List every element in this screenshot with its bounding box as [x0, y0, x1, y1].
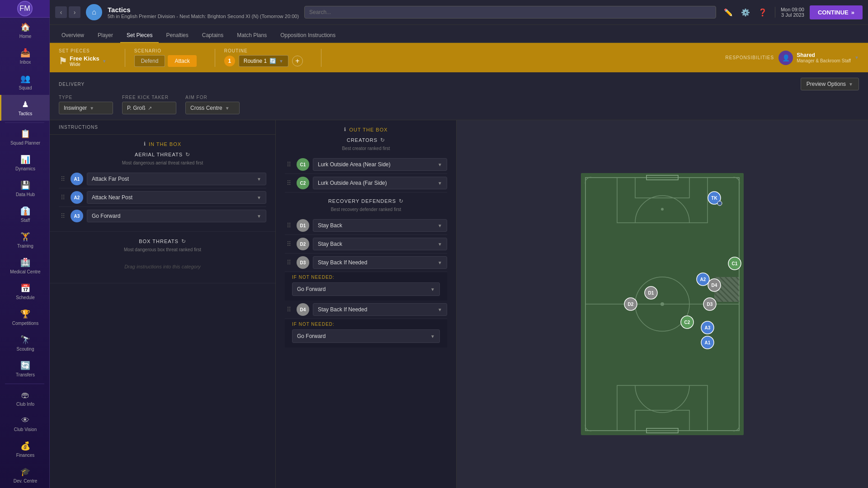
tab-set-pieces[interactable]: Set Pieces — [120, 28, 159, 43]
drag-handle-d3[interactable]: ⠿ — [285, 259, 293, 266]
settings-icon-button[interactable]: ⚙️ — [739, 5, 752, 19]
club-vision-icon: 👁 — [21, 416, 29, 425]
training-icon: 🏋 — [20, 232, 30, 242]
inst-select-d3[interactable]: Stay Back If Needed ▼ — [313, 256, 447, 269]
sidebar-item-training[interactable]: 🏋 Training — [0, 227, 49, 253]
drag-handle-a3[interactable]: ⠿ — [59, 212, 67, 220]
recovery-defenders-refresh-icon[interactable]: ↻ — [399, 198, 404, 204]
shared-label: Shared — [797, 52, 851, 58]
search-input[interactable] — [304, 6, 716, 19]
badge-c2: C2 — [297, 177, 309, 189]
drag-handle-d1[interactable]: ⠿ — [285, 222, 293, 229]
svg-text:D1: D1 — [648, 291, 654, 296]
topbar-title: Tactics 5th in English Premier Division … — [108, 6, 299, 19]
sidebar-item-data-hub[interactable]: 💾 Data Hub — [0, 176, 49, 202]
type-select[interactable]: Inswinger ▼ — [59, 102, 113, 114]
preview-options-button[interactable]: Preview Options ▼ — [801, 78, 859, 90]
tab-opposition[interactable]: Opposition Instructions — [274, 28, 342, 43]
content-area: SET PIECES ⚑ Free Kicks Wide ▼ SCENARIO … — [50, 43, 868, 488]
sidebar-item-dev-centre[interactable]: 🎓 Dev. Centre — [0, 462, 49, 488]
club-info-icon: 🏟 — [21, 390, 29, 400]
tab-match-plans[interactable]: Match Plans — [231, 28, 273, 43]
sp-section-routine: ROUTINE 1 Routine 1 🔄 ▼ + — [224, 48, 312, 67]
sidebar-label-competitions: Competitions — [12, 321, 38, 326]
scenario-attack-button[interactable]: Attack — [168, 55, 196, 67]
inst-select-a1[interactable]: Attack Far Post ▼ — [87, 173, 266, 185]
add-routine-button[interactable]: + — [292, 56, 303, 66]
inst-select-d2[interactable]: Stay Back ▼ — [313, 238, 447, 250]
inst-select-d4[interactable]: Stay Back If Needed ▼ — [313, 303, 447, 316]
tab-penalties[interactable]: Penalties — [160, 28, 194, 43]
edit-icon-button[interactable]: ✏️ — [722, 5, 735, 19]
out-box-panel: ℹ OUT THE BOX CREATORS ↻ Best creator ra… — [276, 120, 457, 488]
sidebar-item-transfers[interactable]: 🔄 Transfers — [0, 356, 49, 382]
svg-text:A3: A3 — [705, 325, 711, 330]
recovery-row-d2: ⠿ D2 Stay Back ▼ — [285, 235, 447, 253]
sidebar-label-inbox: Inbox — [20, 60, 31, 65]
d3-if-not-select[interactable]: Go Forward ▼ — [292, 282, 440, 296]
sidebar-item-competitions[interactable]: 🏆 Competitions — [0, 305, 49, 330]
d4-if-not-select[interactable]: Go Forward ▼ — [292, 329, 440, 343]
sidebar-item-finances[interactable]: 💰 Finances — [0, 436, 49, 462]
inst-select-a3[interactable]: Go Forward ▼ — [87, 210, 266, 222]
box-threats-hint: Most dangerous box threat ranked first — [59, 247, 266, 252]
taker-select[interactable]: P. Groß ↗ — [122, 102, 176, 114]
sidebar-item-staff[interactable]: 👔 Staff — [0, 202, 49, 227]
data-hub-icon: 💾 — [20, 180, 30, 190]
help-icon-button[interactable]: ❓ — [756, 5, 769, 19]
tactics-icon: ♟ — [22, 99, 29, 109]
sidebar-item-inbox[interactable]: 📥 Inbox — [0, 43, 49, 69]
box-threats-section: BOX THREATS ↻ Most dangerous box threat … — [50, 232, 275, 283]
schedule-icon: 📅 — [20, 283, 30, 293]
routine-selector[interactable]: Routine 1 🔄 ▼ — [239, 55, 288, 67]
aim-select[interactable]: Cross Centre ▼ — [185, 102, 240, 114]
sidebar-item-club-vision[interactable]: 👁 Club Vision — [0, 411, 49, 436]
box-threats-title: BOX THREATS ↻ — [59, 238, 266, 244]
sidebar-item-tactics[interactable]: ♟ Tactics — [0, 95, 49, 121]
drag-handle-a2[interactable]: ⠿ — [59, 194, 67, 201]
drag-handle-a1[interactable]: ⠿ — [59, 175, 67, 183]
tab-player[interactable]: Player — [91, 28, 119, 43]
sidebar-logo[interactable]: FM — [0, 0, 50, 18]
tab-captains[interactable]: Captains — [196, 28, 230, 43]
tab-overview[interactable]: Overview — [55, 28, 90, 43]
sidebar-item-club-info[interactable]: 🏟 Club Info — [0, 386, 49, 411]
inst-select-a2[interactable]: Attack Near Post ▼ — [87, 191, 266, 204]
svg-text:D2: D2 — [628, 302, 634, 307]
nav-arrows: ‹ › — [55, 6, 80, 18]
in-box-info-icon: ℹ — [144, 141, 146, 147]
continue-button[interactable]: CONTINUE » — [810, 5, 863, 19]
creators-refresh-icon[interactable]: ↻ — [380, 137, 385, 143]
topbar-date: Mon 09:00 — [781, 7, 804, 12]
topbar: ‹ › ⌂ Tactics 5th in English Premier Div… — [50, 0, 868, 25]
sidebar-item-medical[interactable]: 🏥 Medical Centre — [0, 253, 49, 279]
home-button[interactable]: ⌂ — [86, 4, 102, 20]
badge-a1: A1 — [71, 173, 83, 185]
d3-if-not-label: IF NOT NEEDED: — [292, 275, 440, 280]
d3-if-not-dropdown-icon: ▼ — [430, 287, 435, 292]
d3-if-not-needed: IF NOT NEEDED: Go Forward ▼ — [285, 272, 447, 300]
sidebar-item-scouting[interactable]: 🔭 Scouting — [0, 330, 49, 356]
aerial-threats-refresh-icon[interactable]: ↻ — [185, 151, 190, 158]
sidebar-label-transfers: Transfers — [16, 372, 35, 377]
sidebar-item-dynamics[interactable]: 📊 Dynamics — [0, 150, 49, 176]
inst-select-c2[interactable]: Lurk Outside Area (Far Side) ▼ — [313, 177, 447, 189]
sidebar-item-home[interactable]: 🏠 Home — [0, 18, 49, 43]
drag-handle-c2[interactable]: ⠿ — [285, 179, 293, 187]
scenario-defend-button[interactable]: Defend — [134, 55, 165, 67]
topbar-date2: 3 Jul 2023 — [781, 12, 804, 18]
sidebar-item-squad[interactable]: 👥 Squad — [0, 69, 49, 95]
inst-select-d1[interactable]: Stay Back ▼ — [313, 219, 447, 232]
drag-handle-d4[interactable]: ⠿ — [285, 306, 293, 313]
sidebar-item-schedule[interactable]: 📅 Schedule — [0, 279, 49, 305]
drag-handle-d2[interactable]: ⠿ — [285, 240, 293, 248]
nav-forward-button[interactable]: › — [69, 6, 80, 18]
routine-cycle-icon: 🔄 — [269, 58, 276, 64]
box-threats-refresh-icon[interactable]: ↻ — [181, 238, 186, 244]
nav-back-button[interactable]: ‹ — [55, 6, 67, 18]
set-pieces-label: SET PIECES — [59, 48, 107, 53]
sidebar-item-squad-planner[interactable]: 📋 Squad Planner — [0, 124, 49, 150]
inst-select-c1[interactable]: Lurk Outside Area (Near Side) ▼ — [313, 158, 447, 171]
d3-if-not-value: Go Forward — [297, 286, 326, 292]
drag-handle-c1[interactable]: ⠿ — [285, 161, 293, 168]
